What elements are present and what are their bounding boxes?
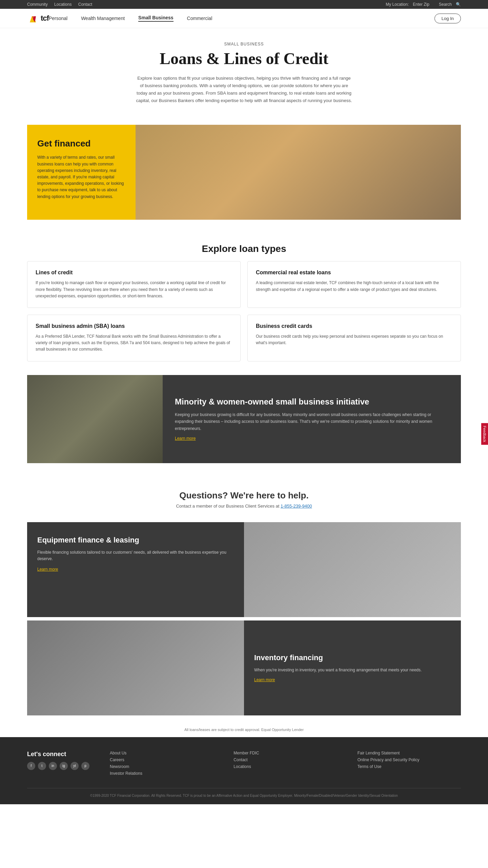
main-nav: tcf Personal Wealth Management Small Bus… <box>0 9 488 28</box>
nav-locations-top[interactable]: Locations <box>54 2 72 7</box>
loan-card-title-3: Business credit cards <box>256 323 452 329</box>
footer-col-3: Fair Lending Statement Online Privacy an… <box>358 751 461 778</box>
logo-icon <box>27 13 41 24</box>
banner-description: With a variety of terms and rates, our s… <box>37 154 125 200</box>
footer-careers-link[interactable]: Careers <box>110 757 213 762</box>
loan-card-lines-of-credit: Lines of credit If you're looking to man… <box>27 261 241 308</box>
footer-fair-lending-link[interactable]: Fair Lending Statement <box>358 751 461 755</box>
banner-heading: Get financed <box>37 138 125 149</box>
banner-section: Get financed With a variety of terms and… <box>27 125 461 220</box>
loan-card-desc-2: As a Preferred SBA Lender, TCF National … <box>36 333 232 353</box>
loan-card-credit-cards: Business credit cards Our business credi… <box>247 315 461 361</box>
disclaimer-text: All loans/leases are subject to credit a… <box>184 728 304 732</box>
footer: Let's connect f t in ig yt p About Us Ca… <box>0 737 488 804</box>
nav-contact-top[interactable]: Contact <box>78 2 92 7</box>
footer-top: Let's connect f t in ig yt p About Us Ca… <box>27 751 461 778</box>
loan-card-title-1: Commercial real estate loans <box>256 270 452 276</box>
minority-content: Minority & women-owned small business in… <box>163 375 461 463</box>
instagram-icon[interactable]: ig <box>60 762 68 770</box>
nav-commercial[interactable]: Commercial <box>187 16 212 21</box>
loan-card-title-2: Small business admin (SBA) loans <box>36 323 232 329</box>
footer-newsroom-link[interactable]: Newsroom <box>110 764 213 769</box>
finance-section: Equipment finance & leasing Flexible fin… <box>27 522 461 617</box>
nav-small-business[interactable]: Small Business <box>138 15 174 22</box>
top-nav-left: Community Locations Contact <box>27 2 98 7</box>
minority-section: Minority & women-owned small business in… <box>27 375 461 463</box>
pinterest-icon[interactable]: p <box>81 762 89 770</box>
minority-image <box>27 375 163 463</box>
loan-cards-grid: Lines of credit If you're looking to man… <box>27 261 461 361</box>
footer-contact-link[interactable]: Contact <box>233 757 337 762</box>
inventory-heading: Inventory financing <box>254 653 451 662</box>
footer-investor-relations-link[interactable]: Investor Relations <box>110 771 213 776</box>
inventory-description: When you're investing in inventory, you … <box>254 667 451 673</box>
footer-col-1: About Us Careers Newsroom Investor Relat… <box>110 751 213 778</box>
loan-card-sba: Small business admin (SBA) loans As a Pr… <box>27 315 241 361</box>
footer-locations-link[interactable]: Locations <box>233 764 337 769</box>
nav-personal[interactable]: Personal <box>49 16 67 21</box>
hero-title: Loans & Lines of Credit <box>27 49 461 68</box>
questions-section: Questions? We're here to help. Contact a… <box>0 477 488 522</box>
search-label: Search <box>439 2 452 7</box>
finance-heading: Equipment finance & leasing <box>37 536 234 545</box>
questions-description: Contact a member of our Business Client … <box>27 504 461 509</box>
hero-section: SMALL BUSINESS Loans & Lines of Credit E… <box>0 28 488 115</box>
enter-zip-link[interactable]: Enter Zip <box>413 2 429 7</box>
minority-description: Keeping your business growing is difficu… <box>175 411 449 432</box>
hero-tag: SMALL BUSINESS <box>27 42 461 46</box>
footer-social: f t in ig yt p <box>27 762 89 770</box>
loan-card-commercial-real-estate: Commercial real estate loans A leading c… <box>247 261 461 308</box>
finance-left: Equipment finance & leasing Flexible fin… <box>27 522 244 617</box>
loan-card-desc-3: Our business credit cards help you keep … <box>256 333 452 346</box>
explore-section-title: Explore loan types <box>0 230 488 261</box>
finance-learn-more-link[interactable]: Learn more <box>37 567 58 572</box>
footer-col-2: Member FDIC Contact Locations <box>233 751 337 778</box>
top-nav-right: My Location: Enter Zip Search 🔍 <box>386 2 461 7</box>
footer-terms-link[interactable]: Terms of Use <box>358 764 461 769</box>
top-nav: Community Locations Contact My Location:… <box>0 0 488 9</box>
questions-desc-text: Contact a member of our Business Client … <box>176 504 279 509</box>
inventory-learn-more-link[interactable]: Learn more <box>254 677 451 682</box>
footer-fdic-link[interactable]: Member FDIC <box>233 751 337 755</box>
footer-connect-heading: Let's connect <box>27 751 89 758</box>
inventory-image <box>27 620 244 715</box>
hero-description: Explore loan options that fit your uniqu… <box>136 75 352 104</box>
my-location-label: My Location: <box>386 2 409 7</box>
minority-heading: Minority & women-owned small business in… <box>175 397 449 407</box>
inventory-content: Inventory financing When you're investin… <box>244 620 461 715</box>
linkedin-icon[interactable]: in <box>49 762 57 770</box>
twitter-icon[interactable]: t <box>38 762 46 770</box>
nav-links: Personal Wealth Management Small Busines… <box>49 14 461 23</box>
facebook-icon[interactable]: f <box>27 762 35 770</box>
banner-yellow: Get financed With a variety of terms and… <box>27 125 136 220</box>
banner-image <box>136 125 461 220</box>
footer-bottom: ©1999-2020 TCF Financial Corporation. Al… <box>27 788 461 797</box>
feedback-tab[interactable]: Feedback <box>481 423 488 445</box>
banner-image-bg <box>136 125 461 220</box>
youtube-icon[interactable]: yt <box>70 762 79 770</box>
loan-card-title-0: Lines of credit <box>36 270 232 276</box>
questions-heading: Questions? We're here to help. <box>27 490 461 501</box>
nav-wealth[interactable]: Wealth Management <box>81 16 125 21</box>
finance-description: Flexible financing solutions tailored to… <box>37 549 234 562</box>
feedback-label: Feedback <box>483 426 487 442</box>
login-button[interactable]: Log In <box>434 14 461 23</box>
footer-privacy-link[interactable]: Online Privacy and Security Policy <box>358 757 461 762</box>
disclaimer: All loans/leases are subject to credit a… <box>0 722 488 737</box>
inventory-section: Inventory financing When you're investin… <box>27 620 461 715</box>
logo-text: tcf <box>41 14 49 23</box>
loan-card-desc-1: A leading commercial real estate lender,… <box>256 280 452 293</box>
logo[interactable]: tcf <box>27 13 49 24</box>
minority-learn-more-link[interactable]: Learn more <box>175 436 449 441</box>
nav-community[interactable]: Community <box>27 2 48 7</box>
footer-connect: Let's connect f t in ig yt p <box>27 751 89 778</box>
search-icon[interactable]: 🔍 <box>456 2 461 7</box>
footer-about-link[interactable]: About Us <box>110 751 213 755</box>
footer-copyright: ©1999-2020 TCF Financial Corporation. Al… <box>90 794 398 797</box>
finance-image <box>244 522 461 617</box>
questions-phone-link[interactable]: 1-855-239-9400 <box>281 504 312 509</box>
loan-card-desc-0: If you're looking to manage cash flow or… <box>36 280 232 299</box>
